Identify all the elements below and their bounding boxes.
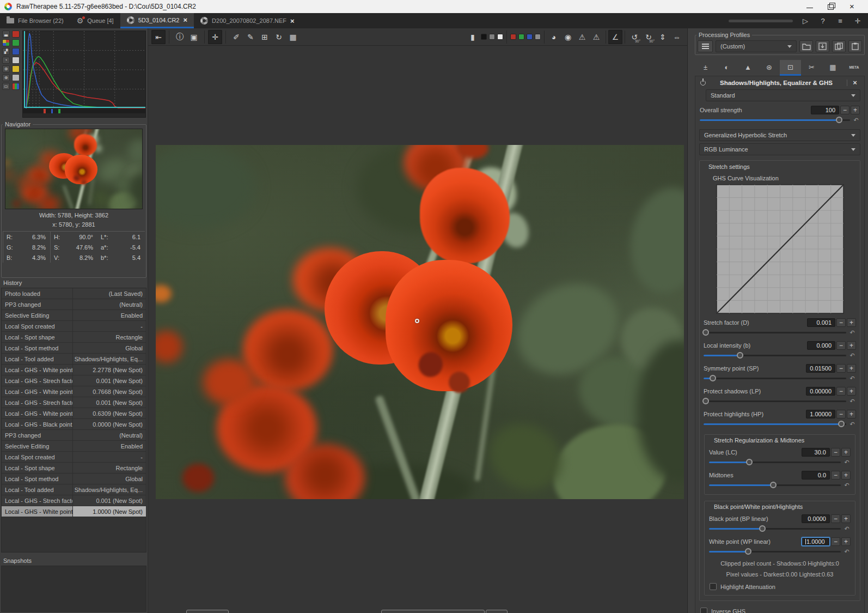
reset-icon[interactable]: ↶ bbox=[848, 352, 856, 359]
slider-thumb[interactable] bbox=[836, 117, 842, 123]
method-select[interactable]: Generalized Hyperbolic Stretch bbox=[699, 129, 860, 141]
value-input[interactable]: 0.01500 bbox=[806, 364, 835, 373]
increment-button[interactable]: + bbox=[851, 106, 860, 114]
history-row[interactable]: Photo loaded (Last Saved) bbox=[2, 288, 146, 299]
flip-vertical-icon[interactable]: ⇕ bbox=[656, 30, 670, 44]
increment-button[interactable]: + bbox=[841, 537, 851, 546]
fullscreen-icon[interactable]: ✛ bbox=[853, 16, 863, 26]
history-row[interactable]: Local - GHS - White point 0.6309 (New Sp… bbox=[2, 408, 146, 419]
reset-icon[interactable]: ↶ bbox=[848, 375, 856, 382]
history-row[interactable]: Local Spot created - bbox=[2, 452, 146, 463]
history-row[interactable]: Selective Editing Enabled bbox=[2, 441, 146, 452]
tab-selective-editing[interactable]: ⊡ bbox=[780, 60, 801, 76]
zoom-fit-button[interactable] bbox=[186, 610, 229, 613]
straighten-icon[interactable]: ↻ bbox=[272, 30, 286, 44]
reset-icon[interactable]: ↶ bbox=[843, 459, 851, 466]
tab-editor-d200[interactable]: D200_20070802_2087.NEF × bbox=[194, 13, 301, 28]
bar-scale-button[interactable]: ▭ bbox=[2, 83, 10, 90]
history-row[interactable]: Selective Editing Enabled bbox=[2, 310, 146, 321]
profile-select[interactable]: (Custom) bbox=[716, 40, 797, 52]
checkbox-icon[interactable] bbox=[710, 583, 717, 590]
shadow-clipping-icon[interactable]: ⚠ bbox=[575, 30, 589, 44]
checkbox-icon[interactable] bbox=[700, 608, 707, 613]
reset-icon[interactable]: ↶ bbox=[843, 548, 851, 555]
history-row[interactable]: Local - GHS - Strech factor 0.001 (New S… bbox=[2, 495, 146, 506]
decrement-button[interactable]: − bbox=[831, 514, 840, 523]
before-after-icon[interactable]: ▣ bbox=[187, 30, 201, 44]
decrement-button[interactable]: − bbox=[831, 448, 840, 457]
tab-exposure[interactable]: ± bbox=[695, 60, 716, 76]
photo-image[interactable] bbox=[156, 145, 684, 499]
slider[interactable] bbox=[704, 378, 846, 379]
value-input[interactable]: 1.0000 bbox=[802, 537, 830, 546]
new-editor-icon[interactable]: ▷ bbox=[800, 16, 810, 26]
channel-select[interactable]: RGB Luminance bbox=[699, 143, 860, 155]
decrement-button[interactable]: − bbox=[836, 364, 846, 373]
slider-thumb[interactable] bbox=[710, 375, 716, 381]
preset-select[interactable]: Standard bbox=[706, 89, 860, 101]
color-picker-icon[interactable]: ✐ bbox=[229, 30, 243, 44]
luminance-swatch[interactable] bbox=[535, 34, 541, 40]
history-row[interactable]: PP3 changed (Neutral) bbox=[2, 430, 146, 441]
decrement-button[interactable]: − bbox=[831, 537, 840, 546]
flip-horizontal-icon[interactable]: ⇔ bbox=[670, 30, 684, 44]
increment-button[interactable]: + bbox=[847, 341, 856, 350]
hide-left-panel-icon[interactable]: ⇤ bbox=[151, 30, 166, 44]
value-input[interactable]: 0.00000 bbox=[806, 387, 835, 396]
tab-transform[interactable]: ✂ bbox=[801, 60, 822, 76]
history-row[interactable]: Local - GHS - White point 1.0000 (New Sp… bbox=[2, 506, 146, 517]
slider[interactable] bbox=[704, 400, 846, 402]
image-canvas[interactable] bbox=[148, 46, 687, 613]
decrement-button[interactable]: − bbox=[836, 410, 846, 418]
rgb-display-button[interactable] bbox=[2, 39, 10, 46]
paste-profile-button[interactable] bbox=[848, 40, 862, 52]
overlay-histogram-icon[interactable]: ∠ bbox=[608, 30, 622, 44]
green-channel-swatch[interactable] bbox=[518, 34, 524, 40]
tab-detail[interactable]: ▲ bbox=[737, 60, 759, 76]
history-row[interactable]: Local - GHS - Black point 0.0000 (New Sp… bbox=[2, 419, 146, 430]
value-input[interactable]: 0.0 bbox=[802, 471, 830, 480]
history-row[interactable]: Local - GHS - White point 2.2778 (New Sp… bbox=[2, 365, 146, 375]
decrement-button[interactable]: − bbox=[836, 387, 846, 396]
crop-icon[interactable]: ⊞ bbox=[258, 30, 272, 44]
slider[interactable] bbox=[709, 484, 841, 486]
reset-icon[interactable]: ↶ bbox=[848, 421, 856, 428]
highlight-clipping-icon[interactable]: ⚠ bbox=[589, 30, 603, 44]
tab-color[interactable]: ◐ bbox=[716, 60, 737, 76]
tab-metadata[interactable]: META bbox=[843, 60, 865, 76]
slider-thumb[interactable] bbox=[745, 548, 751, 555]
increment-button[interactable]: + bbox=[847, 410, 856, 418]
waveform-button[interactable]: ◔ bbox=[2, 57, 10, 64]
sharpening-mask-icon[interactable]: ◕ bbox=[547, 30, 561, 44]
history-row[interactable]: Local - Tool added Shadows/Highlights, E… bbox=[2, 484, 146, 495]
history-row[interactable]: Local - Spot shape Rectangle bbox=[2, 332, 146, 343]
reset-icon[interactable]: ↶ bbox=[852, 117, 860, 124]
info-icon[interactable]: ⓘ bbox=[173, 30, 187, 44]
rotate-right-icon[interactable]: ↻90° bbox=[641, 30, 656, 44]
rgb-bars-toggle[interactable] bbox=[12, 83, 20, 90]
history-row[interactable]: Local - GHS - Strech factor 0.001 (New S… bbox=[2, 375, 146, 386]
perspective-icon[interactable]: ▦ bbox=[286, 30, 300, 44]
zoom-level-control[interactable] bbox=[381, 610, 485, 613]
decrement-button[interactable]: − bbox=[836, 318, 846, 327]
increment-button[interactable]: + bbox=[841, 514, 851, 523]
reset-icon[interactable]: ↶ bbox=[843, 482, 851, 489]
increment-button[interactable]: + bbox=[841, 471, 851, 480]
bg-gray-swatch[interactable] bbox=[489, 34, 495, 40]
snapshots-list[interactable] bbox=[1, 566, 146, 612]
highlight-attenuation-checkbox[interactable]: Highlight Attenuation bbox=[710, 583, 851, 590]
slider-thumb[interactable] bbox=[759, 525, 766, 532]
save-profile-button[interactable] bbox=[816, 40, 829, 52]
slider-thumb[interactable] bbox=[702, 329, 709, 336]
slider-thumb[interactable] bbox=[770, 482, 777, 488]
decrement-button[interactable]: − bbox=[840, 106, 849, 114]
history-row[interactable]: PP3 changed (Neutral) bbox=[2, 299, 146, 310]
navigator-thumbnail[interactable] bbox=[5, 129, 143, 209]
fill-mode-button[interactable] bbox=[698, 40, 713, 52]
value-input[interactable]: 0.001 bbox=[807, 318, 835, 327]
tab-file-browser[interactable]: File Browser (22) bbox=[0, 13, 70, 28]
red-channel-swatch[interactable] bbox=[510, 34, 516, 40]
lockable-picker-icon[interactable]: ✎ bbox=[243, 30, 258, 44]
slider-thumb[interactable] bbox=[746, 459, 753, 465]
focus-mask-icon[interactable]: ◉ bbox=[561, 30, 575, 44]
